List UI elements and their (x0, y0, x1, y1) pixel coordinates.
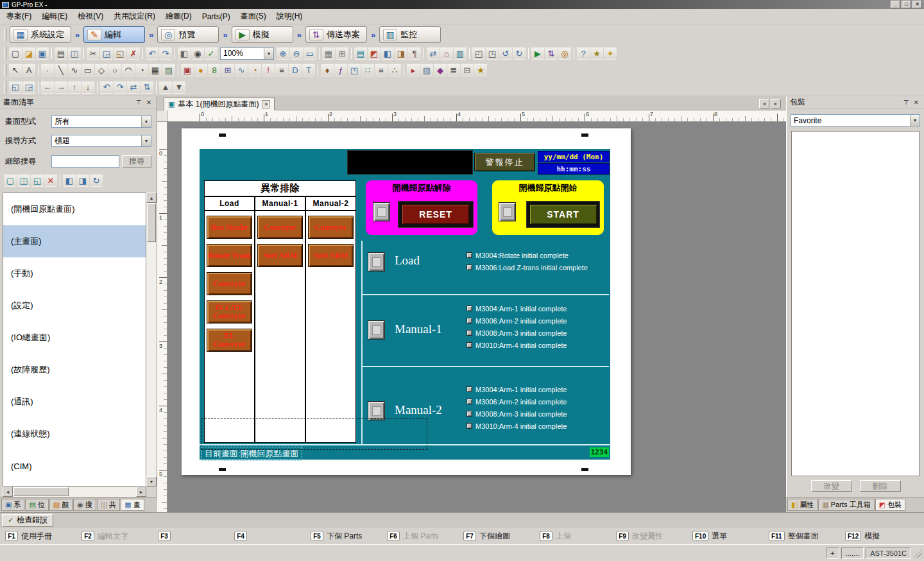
fn-key-f3[interactable]: F3 (158, 531, 234, 541)
transfer-project-icon[interactable]: ⇅ (545, 47, 558, 60)
scroll-right-icon[interactable]: ► (136, 487, 146, 497)
copy-icon[interactable]: ◲ (100, 47, 113, 60)
paste-screen-icon[interactable]: ◱ (31, 174, 44, 187)
toolbar-grip[interactable] (4, 64, 6, 76)
close-icon[interactable]: ✕ (912, 98, 921, 107)
meter-part-icon[interactable]: ◔ (248, 64, 261, 76)
switch-part-icon[interactable]: ▣ (181, 64, 194, 76)
left-dock-tab-3[interactable]: ◉搜 (73, 499, 96, 511)
chevron-down-icon[interactable]: ▼ (264, 48, 273, 59)
screen-preview-icon[interactable]: ◧ (63, 174, 76, 187)
ungroup-icon[interactable]: ◲ (22, 81, 35, 94)
security-part-icon[interactable]: ♦ (321, 64, 334, 76)
hmi-switch-sort-arm[interactable]: Sort ARM (257, 244, 303, 267)
screen-list-item[interactable]: (連線狀態) (3, 418, 146, 450)
menu-item-4[interactable]: 繪圖(D) (160, 8, 197, 24)
graph-part-icon[interactable]: ∿ (235, 64, 248, 76)
hmi-screen[interactable]: 警報停止 yy/mm/dd (Mon) hh:mm:ss 異常排除 LoadBo… (200, 149, 610, 460)
close-icon[interactable]: ✕ (144, 98, 153, 107)
close-button[interactable]: ✕ (912, 1, 922, 8)
fn-key-f5[interactable]: F5下個 Parts (311, 531, 387, 542)
rotate-left-90-icon[interactable]: ↶ (100, 81, 113, 94)
check-error-icon[interactable]: ✓ (205, 47, 218, 60)
redo-icon[interactable]: ↷ (159, 47, 172, 60)
circle-tool-icon[interactable]: ○ (108, 64, 121, 76)
main-toolbar-button-1[interactable]: ✎編輯 (83, 26, 145, 43)
rotate-right-90-icon[interactable]: ↷ (114, 81, 126, 94)
menu-item-7[interactable]: 說明(H) (271, 8, 308, 24)
right-dock-tab-1[interactable]: ▥Parts 工具箱 (818, 499, 874, 511)
bring-front-icon[interactable]: ◰ (472, 47, 485, 60)
address-block-icon[interactable]: ⌂ (440, 47, 453, 60)
document-tab[interactable]: ▣ 基本 1(開機回原點畫面) ✕ (164, 98, 275, 110)
special-switch-part-icon[interactable]: ◆ (434, 64, 447, 76)
detail-search-input[interactable] (51, 155, 119, 168)
hmi-reset-panel[interactable]: 開機歸原點解除 RESET (366, 180, 477, 235)
polygon-tool-icon[interactable]: ◇ (95, 64, 108, 76)
scroll-up-icon[interactable]: ▲ (146, 193, 157, 203)
hmi-message-display[interactable] (347, 150, 473, 175)
hmi-momentary-button[interactable] (499, 202, 516, 221)
right-dock-tab-2[interactable]: ◩包裝 (875, 499, 905, 511)
maximize-button[interactable]: □ (902, 1, 911, 8)
fn-key-f10[interactable]: F10選單 (692, 531, 769, 542)
menu-item-5[interactable]: Parts(P) (197, 10, 235, 24)
resize-grip[interactable] (913, 549, 922, 558)
hmi-switch-conveyor[interactable]: Conveyor (257, 216, 303, 239)
menu-item-0[interactable]: 專案(F) (1, 8, 37, 24)
group-icon[interactable]: ◱ (9, 81, 22, 94)
pin-icon[interactable]: ⊤ (134, 98, 143, 107)
menu-item-3[interactable]: 共用設定(R) (108, 8, 160, 24)
window-part-icon[interactable]: ◳ (348, 64, 361, 76)
slider-part-icon[interactable]: ⊟ (461, 64, 474, 76)
main-toolbar-button-3[interactable]: ▶模擬 (232, 26, 293, 43)
chevron-down-icon[interactable]: ▼ (141, 135, 151, 146)
zoom-in-icon[interactable]: ⊕ (277, 47, 289, 60)
screen-list-item[interactable]: (開機回原點畫面) (3, 193, 146, 225)
help-icon[interactable]: ? (577, 47, 590, 60)
minimize-button[interactable]: _ (891, 1, 900, 8)
right-dock-tab-0[interactable]: ◧屬性 (787, 499, 817, 511)
copy-screen-icon[interactable]: ◫ (17, 174, 30, 187)
main-toolbar-button-0[interactable]: ▦系統設定 (10, 26, 71, 43)
sampling-part-icon[interactable]: ∴ (388, 64, 401, 76)
rotate-left-icon[interactable]: ↺ (499, 47, 512, 60)
main-toolbar-button-4[interactable]: ⇅傳送專案 (305, 26, 367, 43)
lamp-part-icon[interactable]: ● (194, 64, 207, 76)
left-dock-tab-4[interactable]: ◫共 (97, 499, 120, 511)
screen-page[interactable]: 警報停止 yy/mm/dd (Mon) hh:mm:ss 異常排除 LoadBo… (182, 128, 631, 475)
logging-part-icon[interactable]: ≡ (375, 64, 388, 76)
grid-settings-icon[interactable]: ▦ (322, 47, 335, 60)
hmi-switch-iv-l-ul-conveyor[interactable]: IV L/UL Conveyor (207, 300, 252, 324)
scrollbar-thumb[interactable] (147, 203, 156, 242)
fn-key-f8[interactable]: F8上個 (540, 531, 616, 542)
search-button[interactable]: 搜尋 (122, 155, 151, 168)
screen-list-item[interactable]: (CIM) (3, 450, 146, 482)
menu-item-6[interactable]: 畫面(S) (235, 8, 271, 24)
flip-horizontal-icon[interactable]: ⇄ (127, 81, 140, 94)
print-icon[interactable]: ▤ (55, 47, 67, 60)
paste-icon[interactable]: ◱ (114, 47, 126, 60)
fn-key-f9[interactable]: F9改變屬性 (616, 531, 692, 542)
save-project-icon[interactable]: ▣ (36, 47, 49, 60)
screen-list-item[interactable]: (故障履歷) (3, 354, 146, 386)
align-right-icon[interactable]: → (55, 81, 67, 94)
bring-to-front-icon[interactable]: ▲ (159, 81, 172, 94)
hmi-switch-sort-arm[interactable]: Sort ARM (308, 244, 354, 267)
duplicate-icon[interactable]: ◧ (178, 47, 191, 60)
delete-button[interactable]: 刪除 (860, 480, 901, 492)
flip-vertical-icon[interactable]: ⇅ (141, 81, 153, 94)
hmi-switch-rotate-trans[interactable]: Rotate Trans (207, 244, 252, 267)
device-monitor-icon[interactable]: ▥ (454, 47, 466, 60)
new-screen-icon[interactable]: ▢ (4, 174, 17, 187)
scrollbar-track[interactable] (146, 243, 157, 476)
parts-toolbox-window-icon[interactable]: ◨ (395, 47, 407, 60)
snap-to-grid-icon[interactable]: ⊞ (336, 47, 348, 60)
open-project-icon[interactable]: ◪ (22, 47, 35, 60)
toolbar-grip[interactable] (4, 28, 6, 41)
image-tool-icon[interactable]: ▨ (162, 64, 175, 76)
movie-part-icon[interactable]: ▸ (407, 64, 420, 76)
zoom-fit-icon[interactable]: ▭ (304, 47, 316, 60)
fn-key-f11[interactable]: F11整個畫面 (769, 531, 845, 542)
toolbar-grip[interactable] (4, 81, 6, 94)
